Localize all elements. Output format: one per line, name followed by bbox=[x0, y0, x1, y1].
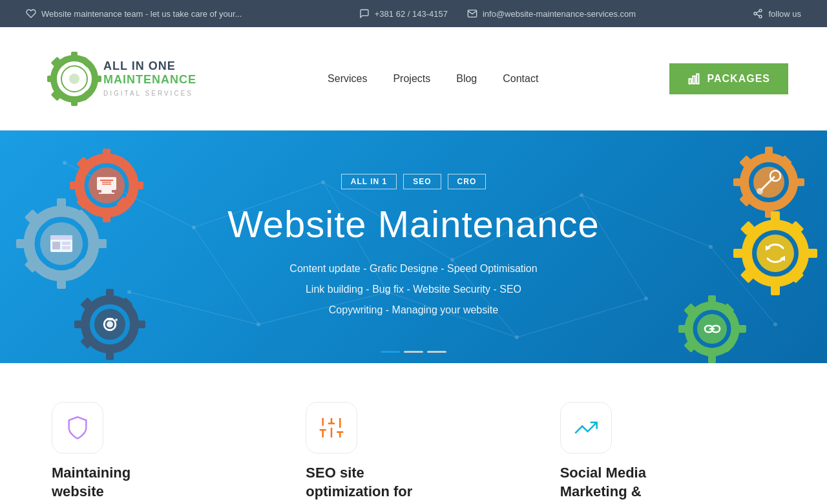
svg-rect-56 bbox=[101, 190, 112, 193]
svg-rect-78 bbox=[106, 350, 114, 360]
svg-rect-105 bbox=[771, 211, 780, 223]
features-section: Maintainingwebsite Maintaining and manag… bbox=[0, 363, 827, 504]
svg-rect-89 bbox=[107, 318, 113, 320]
svg-rect-74 bbox=[62, 242, 70, 245]
logo-gear-icon bbox=[39, 43, 110, 114]
svg-rect-94 bbox=[733, 178, 744, 186]
badge-cro[interactable]: CRO bbox=[448, 174, 487, 189]
svg-point-1 bbox=[754, 12, 757, 15]
header: ALL IN ONE MAINTENANCE DIGITAL SERVICES … bbox=[0, 27, 827, 131]
svg-rect-106 bbox=[771, 284, 780, 295]
svg-rect-18 bbox=[697, 74, 699, 83]
slider-dot-3[interactable] bbox=[427, 351, 446, 353]
feature-card-2: SEO siteoptimization forgoogle Definitel… bbox=[306, 402, 521, 504]
svg-point-87 bbox=[107, 321, 113, 328]
hero-badges: ALL IN 1 SEO CRO bbox=[227, 174, 600, 189]
svg-rect-117 bbox=[708, 295, 716, 306]
logo-text: ALL IN ONE MAINTENANCE DIGITAL SERVICES bbox=[103, 59, 196, 98]
feature-icon-chart-wrap bbox=[560, 402, 612, 454]
hero-subtitle-line2: Link building - Bug fix - Website Securi… bbox=[306, 284, 521, 295]
svg-line-3 bbox=[757, 14, 760, 16]
feature-card-3: Social MediaMarketing &Optimization We p… bbox=[560, 402, 775, 504]
svg-point-0 bbox=[759, 9, 762, 12]
packages-button[interactable]: PACKAGES bbox=[669, 63, 788, 94]
svg-rect-9 bbox=[92, 76, 101, 82]
svg-rect-120 bbox=[736, 325, 746, 333]
svg-rect-80 bbox=[135, 320, 145, 328]
chat-icon bbox=[359, 8, 370, 19]
top-bar-social[interactable]: follow us bbox=[753, 8, 801, 19]
svg-rect-57 bbox=[99, 193, 114, 194]
svg-rect-75 bbox=[62, 246, 70, 249]
sliders-icon bbox=[319, 415, 344, 441]
trending-icon bbox=[573, 415, 599, 441]
svg-rect-55 bbox=[97, 177, 116, 190]
slider-dot-2[interactable] bbox=[404, 351, 423, 353]
svg-rect-17 bbox=[693, 76, 695, 83]
svg-point-90 bbox=[115, 319, 118, 321]
nav-services[interactable]: Services bbox=[328, 73, 367, 85]
nav-projects[interactable]: Projects bbox=[393, 73, 430, 85]
svg-rect-72 bbox=[50, 235, 72, 240]
hero-content: ALL IN 1 SEO CRO Website Maintenance Con… bbox=[227, 148, 600, 346]
svg-rect-79 bbox=[74, 320, 85, 328]
hero-section: ALL IN 1 SEO CRO Website Maintenance Con… bbox=[0, 131, 827, 363]
svg-rect-118 bbox=[708, 353, 716, 363]
email-item: info@website-maintenance-services.com bbox=[467, 8, 636, 19]
svg-point-34 bbox=[192, 226, 196, 229]
svg-rect-108 bbox=[806, 249, 817, 258]
svg-rect-107 bbox=[733, 249, 745, 258]
svg-rect-119 bbox=[678, 325, 689, 333]
svg-rect-77 bbox=[106, 289, 114, 299]
feature-icon-sliders-wrap bbox=[306, 402, 357, 454]
top-bar-tagline-area: Website maintenance team - let us take c… bbox=[26, 8, 242, 19]
svg-rect-6 bbox=[71, 52, 78, 61]
svg-point-2 bbox=[759, 16, 762, 18]
tagline-text: Website maintenance team - let us take c… bbox=[41, 9, 242, 19]
hero-subtitle: Content update - Grafic Designe - Speed … bbox=[227, 258, 600, 320]
svg-rect-16 bbox=[689, 79, 691, 84]
svg-rect-62 bbox=[57, 198, 66, 210]
svg-rect-95 bbox=[794, 178, 804, 186]
phone-item: +381 62 / 143-4157 bbox=[359, 8, 448, 19]
hero-subtitle-line1: Content update - Grafic Designe - Speed … bbox=[289, 263, 537, 274]
slider-indicator[interactable] bbox=[381, 344, 446, 355]
packages-label: PACKAGES bbox=[707, 73, 770, 85]
svg-point-113 bbox=[757, 235, 794, 272]
svg-rect-46 bbox=[103, 149, 110, 159]
svg-rect-48 bbox=[70, 182, 80, 189]
svg-point-15 bbox=[69, 74, 79, 84]
svg-rect-8 bbox=[47, 76, 56, 82]
gear-blue-icon bbox=[13, 195, 110, 292]
svg-rect-49 bbox=[133, 182, 143, 189]
phone-text: +381 62 / 143-4157 bbox=[375, 9, 448, 19]
svg-rect-7 bbox=[71, 97, 78, 106]
svg-rect-63 bbox=[57, 277, 66, 289]
gear-yellow-icon bbox=[730, 208, 821, 299]
share-icon bbox=[753, 8, 763, 19]
chart-bar-icon bbox=[687, 72, 700, 85]
gear-green-icon bbox=[675, 292, 749, 363]
badge-allin1[interactable]: ALL IN 1 bbox=[341, 174, 397, 189]
mail-icon bbox=[467, 8, 477, 19]
feature-card-1: Maintainingwebsite Maintaining and manag… bbox=[52, 402, 267, 504]
logo[interactable]: ALL IN ONE MAINTENANCE DIGITAL SERVICES bbox=[39, 43, 196, 114]
top-bar-contact: +381 62 / 143-4157 info@website-maintena… bbox=[359, 8, 636, 19]
svg-rect-92 bbox=[765, 147, 773, 157]
svg-rect-64 bbox=[16, 239, 28, 248]
feature-title-1: Maintainingwebsite bbox=[52, 464, 267, 501]
hero-title: Website Maintenance bbox=[227, 202, 600, 246]
feature-icon-shield-wrap bbox=[52, 402, 103, 454]
svg-line-4 bbox=[757, 11, 760, 13]
feature-title-3: Social MediaMarketing &Optimization bbox=[560, 464, 775, 504]
nav-contact[interactable]: Contact bbox=[503, 73, 538, 85]
heart-icon bbox=[26, 8, 36, 19]
badge-seo[interactable]: SEO bbox=[403, 174, 441, 189]
top-bar: Website maintenance team - let us take c… bbox=[0, 0, 827, 27]
slider-dot-1[interactable] bbox=[381, 351, 400, 353]
svg-rect-73 bbox=[52, 242, 60, 249]
shield-icon bbox=[65, 415, 90, 441]
nav-blog[interactable]: Blog bbox=[456, 73, 477, 85]
svg-point-103 bbox=[757, 188, 763, 194]
hero-subtitle-line3: Copywriting - Managing your website bbox=[329, 304, 498, 315]
